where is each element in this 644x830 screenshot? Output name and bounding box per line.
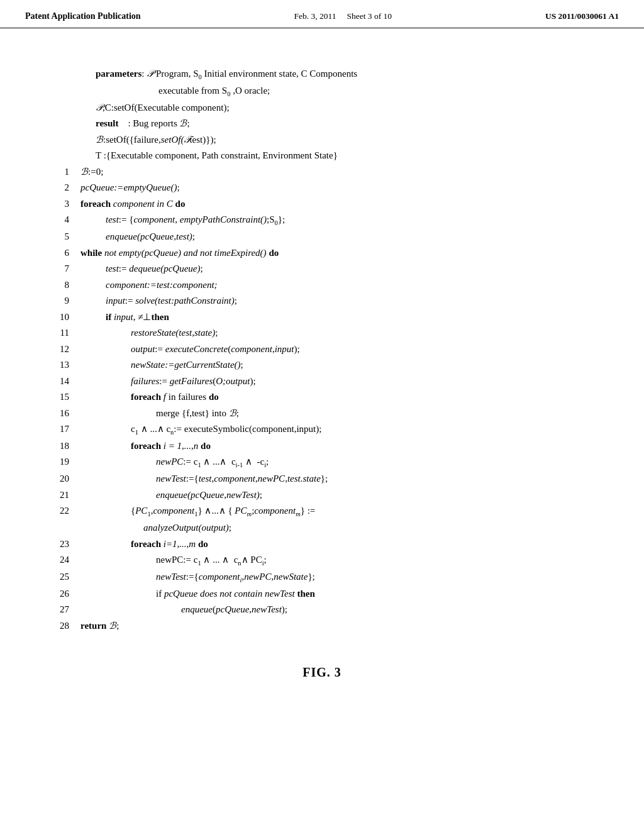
line-num-4: 4 [50, 212, 69, 228]
line-content-17: c1 ∧ ...∧ cn:= executeSymbolic(component… [131, 421, 594, 438]
line-num-19: 19 [50, 454, 69, 470]
figure-caption: FIG. 3 [50, 665, 594, 680]
header-sheet: Sheet 3 of 10 [347, 11, 392, 21]
line-content-20: newTest:={test,component,newPC,test.stat… [156, 471, 594, 487]
line-num-23: 23 [50, 536, 69, 553]
line-num-24: 24 [50, 552, 69, 568]
line-content-24: newPC:= c1 ∧ ... ∧ cn∧ PCi; [156, 552, 594, 569]
line-11: 11 restoreState(test,state); [50, 325, 594, 341]
line-28: 28 return ℬ; [50, 618, 594, 634]
header-date-sheet: Feb. 3, 2011 Sheet 3 of 10 [294, 11, 392, 21]
line-content-11: restoreState(test,state); [131, 325, 594, 341]
params-line2: executable from S0 ,O oracle; [158, 83, 594, 100]
line-num-14: 14 [50, 374, 69, 390]
line-num-2: 2 [50, 180, 69, 196]
line-num-16: 16 [50, 406, 69, 422]
params-result: result : Bug reports ℬ; [96, 116, 594, 132]
line-23: 23 foreach i=1,...,m do [50, 536, 594, 553]
line-content-22: {PC1,component1} ∧...∧ { PCm;componentm}… [131, 503, 594, 536]
line-num-3: 3 [50, 196, 69, 213]
line-15: 15 foreach f in failures do [50, 389, 594, 406]
line-num-10: 10 [50, 309, 69, 326]
page-header: Patent Application Publication Feb. 3, 2… [0, 0, 644, 28]
line-content-6: while not empty(pcQueue) and not timeExp… [80, 245, 594, 262]
line-22: 22 {PC1,component1} ∧...∧ { PCm;componen… [50, 503, 594, 536]
line-10: 10 if input, ≠⊥then [50, 309, 594, 326]
line-num-25: 25 [50, 569, 69, 585]
line-num-13: 13 [50, 357, 69, 374]
params-t-def: T :{Executable component, Path constrain… [96, 148, 594, 164]
line-num-20: 20 [50, 471, 69, 487]
line-content-19: newPC:= c1 ∧ ...∧ ci-1 ∧ -ci; [156, 454, 594, 471]
line-num-1: 1 [50, 164, 69, 180]
line-6: 6 while not empty(pcQueue) and not timeE… [50, 245, 594, 262]
line-18: 18 foreach i = 1,...,n do [50, 438, 594, 455]
line-8: 8 component:=test:component; [50, 277, 594, 294]
line-9: 9 input:= solve(test:pathConstraint); [50, 293, 594, 309]
line-num-27: 27 [50, 602, 69, 618]
algorithm-block: parameters: 𝒫 Program, S0 Initial enviro… [50, 66, 594, 634]
params-line1: parameters: 𝒫 Program, S0 Initial enviro… [96, 66, 594, 83]
line-7: 7 test:= dequeue(pcQueue); [50, 261, 594, 277]
line-content-2: pcQueue:=emptyQueue(); [80, 180, 594, 196]
line-content-4: test:= {component, emptyPathConstraint()… [106, 212, 594, 229]
line-num-26: 26 [50, 586, 69, 602]
line-num-9: 9 [50, 293, 69, 309]
line-content-13: newState:=getCurrentState(); [131, 357, 594, 374]
line-content-14: failures:= getFailures(O;output); [131, 374, 594, 390]
line-num-8: 8 [50, 277, 69, 294]
line-content-3: foreach component in C do [80, 196, 594, 213]
line-3: 3 foreach component in C do [50, 196, 594, 213]
line-content-21: enqueue(pcQueue,newTest); [156, 487, 594, 504]
line-content-12: output:= executeConcrete(component,input… [131, 341, 594, 358]
line-content-23: foreach i=1,...,m do [131, 536, 594, 553]
line-19: 19 newPC:= c1 ∧ ...∧ ci-1 ∧ -ci; [50, 454, 594, 471]
line-21: 21 enqueue(pcQueue,newTest); [50, 487, 594, 504]
params-b-setof: ℬ:setOf({failure,setOf(𝒯test)}); [96, 132, 594, 148]
line-content-9: input:= solve(test:pathConstraint); [106, 293, 594, 309]
line-content-1: ℬ:=0; [80, 164, 594, 180]
line-content-15: foreach f in failures do [131, 389, 594, 406]
params-line3: 𝒫,C:setOf(Executable component); [96, 100, 594, 116]
line-content-10: if input, ≠⊥then [106, 309, 594, 326]
line-num-7: 7 [50, 261, 69, 277]
line-num-28: 28 [50, 618, 69, 634]
line-14: 14 failures:= getFailures(O;output); [50, 374, 594, 390]
line-num-5: 5 [50, 229, 69, 245]
line-24: 24 newPC:= c1 ∧ ... ∧ cn∧ PCi; [50, 552, 594, 569]
main-content: parameters: 𝒫 Program, S0 Initial enviro… [0, 28, 644, 705]
line-12: 12 output:= executeConcrete(component,in… [50, 341, 594, 358]
line-1: 1 ℬ:=0; [50, 164, 594, 180]
line-content-8: component:=test:component; [106, 277, 594, 294]
line-num-12: 12 [50, 341, 69, 358]
line-num-15: 15 [50, 389, 69, 406]
header-patent-number: US 2011/0030061 A1 [545, 11, 619, 21]
line-content-25: newTest:={componenti,newPC,newState}; [156, 569, 594, 586]
line-26: 26 if pcQueue does not contain newTest t… [50, 586, 594, 602]
header-date: Feb. 3, 2011 [294, 11, 336, 21]
line-num-17: 17 [50, 421, 69, 438]
line-num-11: 11 [50, 325, 69, 341]
line-num-6: 6 [50, 245, 69, 262]
line-content-7: test:= dequeue(pcQueue); [106, 261, 594, 277]
line-num-22: 22 [50, 503, 69, 519]
line-5: 5 enqueue(pcQueue,test); [50, 229, 594, 245]
line-content-28: return ℬ; [80, 618, 594, 634]
params-block: parameters: 𝒫 Program, S0 Initial enviro… [96, 66, 594, 164]
line-20: 20 newTest:={test,component,newPC,test.s… [50, 471, 594, 487]
line-17: 17 c1 ∧ ...∧ cn:= executeSymbolic(compon… [50, 421, 594, 438]
line-4: 4 test:= {component, emptyPathConstraint… [50, 212, 594, 229]
line-num-21: 21 [50, 487, 69, 504]
line-27: 27 enqueue(pcQueue,newTest); [50, 602, 594, 618]
line-16: 16 merge {f,test} into ℬ; [50, 406, 594, 422]
line-13: 13 newState:=getCurrentState(); [50, 357, 594, 374]
line-content-27: enqueue(pcQueue,newTest); [181, 602, 594, 618]
header-publication-title: Patent Application Publication [25, 11, 141, 21]
line-content-16: merge {f,test} into ℬ; [156, 406, 594, 422]
line-content-18: foreach i = 1,...,n do [131, 438, 594, 455]
line-num-18: 18 [50, 438, 69, 455]
line-content-26: if pcQueue does not contain newTest then [156, 586, 594, 602]
line-2: 2 pcQueue:=emptyQueue(); [50, 180, 594, 196]
line-25: 25 newTest:={componenti,newPC,newState}; [50, 569, 594, 586]
line-content-5: enqueue(pcQueue,test); [106, 229, 594, 245]
